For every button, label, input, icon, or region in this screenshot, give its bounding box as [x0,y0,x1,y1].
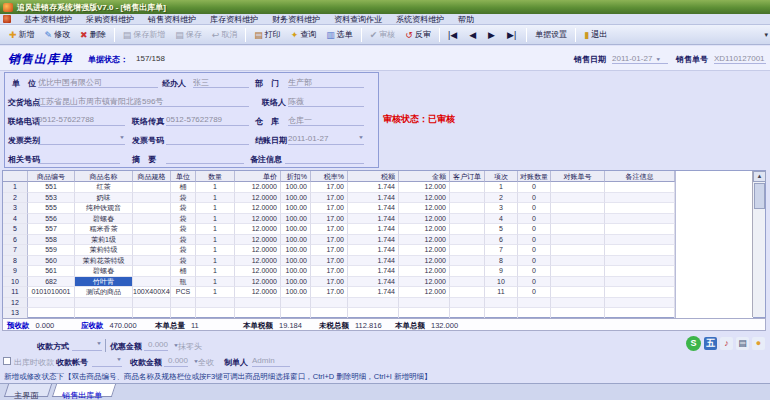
cell-code[interactable]: 0101010001 [28,287,75,298]
cell-tax[interactable]: 1.744 [348,193,399,204]
cell-line-no[interactable]: 项次 [485,171,518,182]
cell-tax-rate[interactable] [311,308,348,319]
cell-remark[interactable] [605,266,675,277]
cell-price[interactable]: 12.0000 [235,182,281,193]
orange-dot-icon[interactable]: ● [752,337,765,350]
cell-remark[interactable] [605,193,675,204]
cell-code[interactable]: 553 [28,193,75,204]
cell-line-no[interactable]: 5 [485,224,518,235]
cell-line-no[interactable]: 6 [485,235,518,246]
cell-code[interactable]: 商品编号 [28,171,75,182]
sale-date-combobox[interactable]: 2011-01-27▼ [612,54,668,64]
cell-tax-rate[interactable]: 17.00 [311,224,348,235]
save-button[interactable]: ▤保存 [170,26,207,43]
cell-tax-rate[interactable]: 17.00 [311,287,348,298]
cell-tax-rate[interactable]: 17.00 [311,214,348,225]
table-row[interactable]: 8560茉莉花茶特级袋112.0000100.0017.001.74412.00… [3,256,675,267]
cell-amount[interactable]: 12.000 [399,193,450,204]
cell-qty[interactable]: 1 [196,203,235,214]
cell-discount[interactable]: 100.00 [281,287,311,298]
cell-customer-order[interactable] [450,214,485,225]
cell-name[interactable]: 商品名称 [75,171,133,182]
cell-tax-rate[interactable]: 17.00 [311,203,348,214]
exit-button[interactable]: ▮退出 [579,26,612,43]
cell-tax[interactable]: 1.744 [348,224,399,235]
cell-code[interactable] [28,298,75,309]
cell-amount[interactable]: 12.000 [399,214,450,225]
cell-name[interactable]: 纯种铁观音 [75,203,133,214]
cell-price[interactable]: 单价 [235,171,281,182]
contact-field[interactable]: 陈薇 [288,96,364,107]
cell-qty[interactable]: 1 [196,287,235,298]
cancel-button[interactable]: ↩取消 [207,26,243,43]
cell-price[interactable]: 12.0000 [235,245,281,256]
cell-code[interactable]: 555 [28,203,75,214]
cell-code[interactable]: 561 [28,266,75,277]
cell-price[interactable]: 12.0000 [235,203,281,214]
cell-name[interactable]: 红茶 [75,182,133,193]
cell-amount[interactable]: 12.000 [399,235,450,246]
cell-reconcile-qty[interactable]: 对账数量 [518,171,551,182]
cell-tax-rate[interactable]: 17.00 [311,256,348,267]
cell-spec[interactable] [133,256,171,267]
table-row[interactable]: 5557糯米香茶袋112.0000100.0017.001.74412.0005… [3,224,675,235]
cell-name[interactable]: 糯米香茶 [75,224,133,235]
cell-discount[interactable]: 折扣% [281,171,311,182]
cell-spec[interactable] [133,308,171,319]
cell-reconcile-no[interactable] [551,203,605,214]
unit-field[interactable]: 优比中国有限公司 [38,77,158,88]
grid-vertical-scrollbar[interactable]: ▲ [752,171,765,317]
warehouse-field[interactable]: 仓库一 [288,115,364,126]
cell-discount[interactable]: 100.00 [281,193,311,204]
row-number-cell[interactable]: 7 [3,245,28,256]
cell-spec[interactable] [133,214,171,225]
cell-code[interactable]: 560 [28,256,75,267]
row-number-cell[interactable]: 2 [3,193,28,204]
receipt-amount-field[interactable]: 0.000 [164,356,188,367]
cell-amount[interactable]: 12.000 [399,224,450,235]
cell-customer-order[interactable] [450,182,485,193]
cell-tax-rate[interactable] [311,298,348,309]
cell-remark[interactable] [605,235,675,246]
cell-tax[interactable]: 1.744 [348,245,399,256]
cell-name[interactable]: 碧螺春 [75,214,133,225]
cell-customer-order[interactable] [450,298,485,309]
settle-date-combobox[interactable]: 2011-01-27▼ [288,134,364,145]
cell-qty[interactable]: 1 [196,277,235,288]
cell-price[interactable]: 12.0000 [235,193,281,204]
cell-amount[interactable]: 12.000 [399,245,450,256]
cell-reconcile-qty[interactable]: 0 [518,256,551,267]
cell-code[interactable]: 559 [28,245,75,256]
remark-field[interactable] [285,153,364,164]
table-row[interactable]: 1551红茶桶112.0000100.0017.001.74412.00010 [3,182,675,193]
cell-unit[interactable]: 袋 [171,193,196,204]
cell-unit[interactable]: PCS [171,287,196,298]
cell-tax-rate[interactable]: 税率% [311,171,348,182]
cell-amount[interactable]: 12.000 [399,182,450,193]
cell-code[interactable]: 556 [28,214,75,225]
cell-price[interactable] [235,298,281,309]
cell-unit[interactable]: 袋 [171,203,196,214]
cell-remark[interactable] [605,182,675,193]
collect-on-delivery-checkbox[interactable] [3,357,11,365]
scroll-up-icon[interactable]: ▲ [753,171,766,182]
cell-qty[interactable]: 1 [196,214,235,225]
row-number-cell[interactable]: 9 [3,266,28,277]
cell-line-no[interactable]: 9 [485,266,518,277]
cell-customer-order[interactable] [450,308,485,319]
select-order-button[interactable]: ▥选单 [321,26,358,43]
row-number-cell[interactable]: 1 [3,182,28,193]
agent-field[interactable]: 张三 [193,77,249,88]
cell-code[interactable]: 558 [28,235,75,246]
cell-unit[interactable]: 袋 [171,245,196,256]
cell-unit[interactable]: 桶 [171,266,196,277]
cell-line-no[interactable] [485,298,518,309]
cell-tax[interactable] [348,298,399,309]
save-new-button[interactable]: ▤保存新增 [118,26,171,43]
cell-reconcile-qty[interactable]: 0 [518,214,551,225]
row-number-cell[interactable]: 3 [3,203,28,214]
cell-tax[interactable]: 1.744 [348,235,399,246]
cell-amount[interactable]: 12.000 [399,266,450,277]
cell-remark[interactable] [605,214,675,225]
cell-tax[interactable]: 1.744 [348,203,399,214]
